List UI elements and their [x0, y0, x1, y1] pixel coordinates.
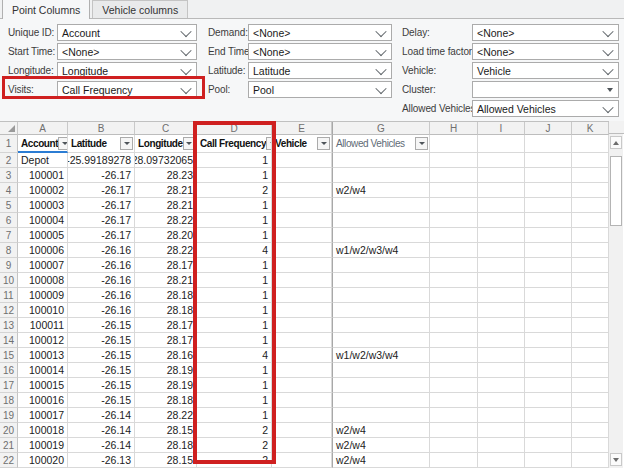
cell-H8[interactable] [430, 243, 478, 258]
cell-A13[interactable]: 100011 [18, 318, 68, 333]
cell-D7[interactable]: 1 [197, 228, 272, 243]
field-start-time-combo[interactable]: <None> [57, 43, 197, 60]
cell-G10[interactable] [332, 273, 430, 288]
cell-H11[interactable] [430, 288, 478, 303]
cell-A20[interactable]: 100018 [18, 423, 68, 438]
row-header-13[interactable]: 13 [0, 318, 18, 333]
vertical-scrollbar[interactable] [609, 134, 623, 468]
column-header-C[interactable]: C [135, 122, 197, 135]
cell-A10[interactable]: 100008 [18, 273, 68, 288]
cell-C9[interactable]: 28.17 [135, 258, 197, 273]
cell-K20[interactable] [572, 423, 609, 438]
row-header-20[interactable]: 20 [0, 423, 18, 438]
cell-E16[interactable] [272, 363, 332, 378]
cell-K11[interactable] [572, 288, 609, 303]
filter-dropdown-button[interactable] [58, 137, 68, 150]
row-header-8[interactable]: 8 [0, 243, 18, 258]
cell-B20[interactable]: -26.14 [68, 423, 135, 438]
cell-I21[interactable] [478, 438, 525, 453]
cell-E11[interactable] [272, 288, 332, 303]
row-header-5[interactable]: 5 [0, 198, 18, 213]
row-header-10[interactable]: 10 [0, 273, 18, 288]
cell-J18[interactable] [525, 393, 572, 408]
cell-D19[interactable]: 1 [197, 408, 272, 423]
cell-J5[interactable] [525, 198, 572, 213]
cell-D13[interactable]: 1 [197, 318, 272, 333]
cell-I18[interactable] [478, 393, 525, 408]
cell-J4[interactable] [525, 183, 572, 198]
field-pool-combo[interactable]: Pool [248, 81, 392, 98]
cell-C22[interactable]: 28.15 [135, 453, 197, 468]
cell-K22[interactable] [572, 453, 609, 468]
cell-E13[interactable] [272, 318, 332, 333]
cell-C13[interactable]: 28.17 [135, 318, 197, 333]
cell-A6[interactable]: 100004 [18, 213, 68, 228]
cell-K10[interactable] [572, 273, 609, 288]
field-latitude-combo[interactable]: Latitude [248, 62, 392, 79]
cell-B22[interactable]: -26.13 [68, 453, 135, 468]
cell-G4[interactable]: w2/w4 [332, 183, 430, 198]
row-header-14[interactable]: 14 [0, 333, 18, 348]
cell-E20[interactable] [272, 423, 332, 438]
cell-G15[interactable]: w1/w2/w3/w4 [332, 348, 430, 363]
row-header-11[interactable]: 11 [0, 288, 18, 303]
cell-G6[interactable] [332, 213, 430, 228]
cell-I19[interactable] [478, 408, 525, 423]
cell-A9[interactable]: 100007 [18, 258, 68, 273]
filter-dropdown-button[interactable] [317, 137, 330, 150]
cell-B9[interactable]: -26.16 [68, 258, 135, 273]
cell-J16[interactable] [525, 363, 572, 378]
cell-I8[interactable] [478, 243, 525, 258]
cell-A2[interactable]: Depot [18, 153, 68, 168]
cell-B11[interactable]: -26.16 [68, 288, 135, 303]
cell-B2[interactable]: -25.99189278 [68, 153, 135, 168]
cell-J15[interactable] [525, 348, 572, 363]
cell-G11[interactable] [332, 288, 430, 303]
cell-A11[interactable]: 100009 [18, 288, 68, 303]
cell-E5[interactable] [272, 198, 332, 213]
field-load-time-factor-combo[interactable]: <None> [472, 43, 619, 60]
cell-I5[interactable] [478, 198, 525, 213]
cell-G8[interactable]: w1/w2/w3/w4 [332, 243, 430, 258]
cell-H22[interactable] [430, 453, 478, 468]
row-header-4[interactable]: 4 [0, 183, 18, 198]
cell-K15[interactable] [572, 348, 609, 363]
cell-H21[interactable] [430, 438, 478, 453]
cell-J22[interactable] [525, 453, 572, 468]
cell-C21[interactable]: 28.18 [135, 438, 197, 453]
row-header-18[interactable]: 18 [0, 393, 18, 408]
cell-H4[interactable] [430, 183, 478, 198]
filter-dropdown-button[interactable] [415, 137, 428, 150]
cell-E2[interactable] [272, 153, 332, 168]
cell-G5[interactable] [332, 198, 430, 213]
cell-C20[interactable]: 28.15 [135, 423, 197, 438]
row-header-2[interactable]: 2 [0, 153, 18, 168]
row-header-7[interactable]: 7 [0, 228, 18, 243]
cell-A15[interactable]: 100013 [18, 348, 68, 363]
cell-K4[interactable] [572, 183, 609, 198]
cell-K2[interactable] [572, 153, 609, 168]
tab-vehicle-columns[interactable]: Vehicle columns [92, 0, 188, 18]
cell-I6[interactable] [478, 213, 525, 228]
cell-C4[interactable]: 28.21 [135, 183, 197, 198]
cell-J12[interactable] [525, 303, 572, 318]
field-header-C[interactable]: Longitude [135, 135, 197, 153]
cell-I17[interactable] [478, 378, 525, 393]
row-header-12[interactable]: 12 [0, 303, 18, 318]
cell-I15[interactable] [478, 348, 525, 363]
filter-dropdown-button[interactable] [183, 137, 196, 150]
cell-K19[interactable] [572, 408, 609, 423]
cell-H20[interactable] [430, 423, 478, 438]
cell-H9[interactable] [430, 258, 478, 273]
cell-J17[interactable] [525, 378, 572, 393]
cell-K5[interactable] [572, 198, 609, 213]
cell-J8[interactable] [525, 243, 572, 258]
cell-K13[interactable] [572, 318, 609, 333]
field-visits-combo[interactable]: Call Frequency [57, 81, 197, 98]
field-delay-combo[interactable]: <None> [472, 24, 619, 41]
empty-header-K[interactable] [572, 135, 609, 153]
cell-C14[interactable]: 28.17 [135, 333, 197, 348]
cell-B4[interactable]: -26.17 [68, 183, 135, 198]
cell-J11[interactable] [525, 288, 572, 303]
cell-H5[interactable] [430, 198, 478, 213]
